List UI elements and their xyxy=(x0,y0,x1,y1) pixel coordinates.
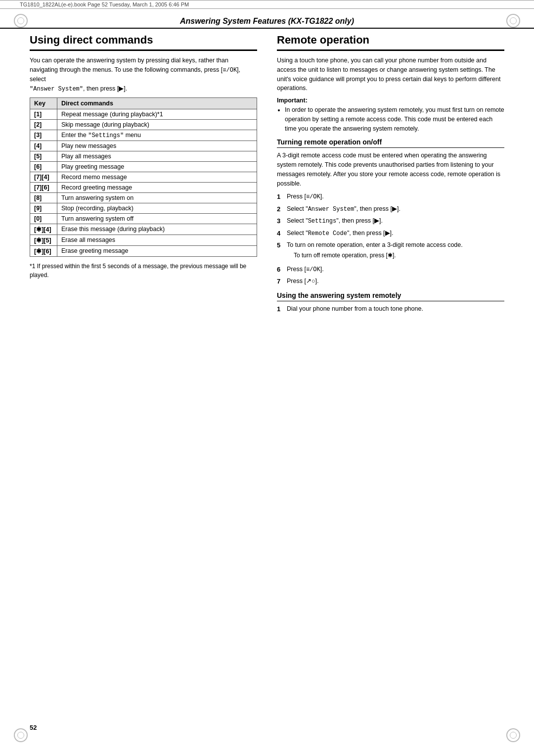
table-cell-cmd: Play new messages xyxy=(57,141,257,151)
table-row: [3]Enter the "Settings" menu xyxy=(30,130,257,141)
step-number: 1 xyxy=(277,304,284,314)
right-title: Remote operation xyxy=(277,34,504,51)
important-label: Important: xyxy=(277,97,504,104)
step-item: 2Select "Answer System", then press [▶]. xyxy=(277,204,504,214)
header-text: TG1810_1822AL(e-e).book Page 52 Tuesday,… xyxy=(20,1,189,7)
table-cell-cmd: Record memo message xyxy=(57,172,257,182)
two-col-layout: Using direct commands You can operate th… xyxy=(0,34,534,318)
table-cell-cmd: Erase all messages xyxy=(57,235,257,245)
table-cell-key: [✱][4] xyxy=(30,224,57,235)
important-item: In order to operate the answering system… xyxy=(285,105,504,133)
table-cell-key: [9] xyxy=(30,203,57,213)
section-title: Answering System Features (KX-TG1822 onl… xyxy=(180,17,354,25)
table-row: [✱][6]Erase greeting message xyxy=(30,245,257,256)
table-row: [2]Skip message (during playback) xyxy=(30,119,257,130)
table-cell-cmd: Record greeting message xyxy=(57,182,257,192)
left-title: Using direct commands xyxy=(30,34,257,51)
table-row: [7][4]Record memo message xyxy=(30,172,257,182)
table-row: [6]Play greeting message xyxy=(30,161,257,172)
corner-mark-tr xyxy=(506,14,520,28)
step-number: 1 xyxy=(277,192,284,202)
step-item: 1Dial your phone number from a touch ton… xyxy=(277,304,504,314)
right-intro: Using a touch tone phone, you can call y… xyxy=(277,56,504,93)
intro-arrow: ▶ xyxy=(119,85,124,92)
table-cell-key: [4] xyxy=(30,141,57,151)
table-row: [0]Turn answering system off xyxy=(30,213,257,224)
table-cell-cmd: Enter the "Settings" menu xyxy=(57,130,257,141)
table-cell-cmd: Erase this message (during playback) xyxy=(57,224,257,235)
step-content: Press [↗○]. xyxy=(287,277,504,286)
step-content: Select "Settings", then press [▶]. xyxy=(287,216,504,226)
table-row: [8]Turn answering system on xyxy=(30,192,257,203)
step-content: Select "Answer System", then press [▶]. xyxy=(287,204,504,214)
table-row: [9]Stop (recording, playback) xyxy=(30,203,257,213)
table-cell-key: [7][4] xyxy=(30,172,57,182)
table-header-key: Key xyxy=(30,97,57,109)
right-column: Remote operation Using a touch tone phon… xyxy=(277,34,504,318)
table-cell-key: [5] xyxy=(30,151,57,161)
table-row: [7][6]Record greeting message xyxy=(30,182,257,192)
sub-section-1: Turning remote operation on/off A 3-digi… xyxy=(277,138,504,286)
step-content: Dial your phone number from a touch tone… xyxy=(287,304,504,314)
step-number: 7 xyxy=(277,277,284,286)
sub-section-2: Using the answering system remotely 1Dia… xyxy=(277,291,504,314)
table-row: [4]Play new messages xyxy=(30,141,257,151)
step-number: 4 xyxy=(277,229,284,238)
sub-heading-1: Turning remote operation on/off xyxy=(277,138,504,148)
step-content: Press [≡/OK]. xyxy=(287,265,504,274)
step-item: 6Press [≡/OK]. xyxy=(277,265,504,275)
left-intro: You can operate the answering system by … xyxy=(30,56,257,94)
step-content: Select "Remote Code", then press [▶]. xyxy=(287,229,504,238)
footnote: *1 If pressed within the first 5 seconds… xyxy=(30,262,257,280)
sub1-steps: 1Press [≡/OK].2Select "Answer System", t… xyxy=(277,192,504,286)
table-cell-key: [✱][6] xyxy=(30,245,57,256)
table-cell-key: [6] xyxy=(30,161,57,172)
table-cell-cmd: Turn answering system off xyxy=(57,213,257,224)
table-cell-key: [7][6] xyxy=(30,182,57,192)
step-number: 6 xyxy=(277,265,284,275)
table-cell-cmd: Play greeting message xyxy=(57,161,257,172)
intro-ok: ≡/OK xyxy=(222,67,237,74)
step-item: 1Press [≡/OK]. xyxy=(277,192,504,202)
step-content: To turn on remote operation, enter a 3-d… xyxy=(287,240,504,262)
table-cell-cmd: Stop (recording, playback) xyxy=(57,203,257,213)
table-cell-cmd: Play all messages xyxy=(57,151,257,161)
step-item: 3Select "Settings", then press [▶]. xyxy=(277,216,504,226)
page-number: 52 xyxy=(30,724,37,731)
table-cell-cmd: Repeat message (during playback)*1 xyxy=(57,109,257,119)
corner-mark-br xyxy=(506,728,520,742)
table-cell-key: [2] xyxy=(30,119,57,130)
table-row: [1]Repeat message (during playback)*1 xyxy=(30,109,257,119)
corner-mark-bl xyxy=(14,728,28,742)
corner-mark-tl xyxy=(14,14,28,28)
intro-answer-system: "Answer System" xyxy=(30,86,83,93)
step-number: 5 xyxy=(277,240,284,250)
table-cell-cmd: Erase greeting message xyxy=(57,245,257,256)
step-item: 7Press [↗○]. xyxy=(277,277,504,286)
important-list: In order to operate the answering system… xyxy=(285,105,504,133)
table-row: [✱][4]Erase this message (during playbac… xyxy=(30,224,257,235)
intro-text: You can operate the answering system by … xyxy=(30,57,228,73)
table-cell-key: [✱][5] xyxy=(30,235,57,245)
table-cell-key: [3] xyxy=(30,130,57,141)
table-header-cmd: Direct commands xyxy=(57,97,257,109)
page-container: TG1810_1822AL(e-e).book Page 52 Tuesday,… xyxy=(0,0,534,756)
step-item: 4Select "Remote Code", then press [▶]. xyxy=(277,229,504,238)
table-cell-cmd: Turn answering system on xyxy=(57,192,257,203)
table-cell-key: [1] xyxy=(30,109,57,119)
table-row: [5]Play all messages xyxy=(30,151,257,161)
table-row: [✱][5]Erase all messages xyxy=(30,235,257,245)
intro-then: , then press [ xyxy=(83,85,119,92)
step-number: 3 xyxy=(277,216,284,226)
left-column: Using direct commands You can operate th… xyxy=(30,34,257,318)
step-content: Press [≡/OK]. xyxy=(287,192,504,201)
sub1-body: A 3-digit remote access code must be ent… xyxy=(277,151,504,188)
sub2-steps: 1Dial your phone number from a touch ton… xyxy=(277,304,504,314)
table-cell-key: [0] xyxy=(30,213,57,224)
sub-heading-2: Using the answering system remotely xyxy=(277,291,504,301)
table-cell-cmd: Skip message (during playback) xyxy=(57,119,257,130)
commands-table: Key Direct commands [1]Repeat message (d… xyxy=(30,97,257,257)
table-cell-key: [8] xyxy=(30,192,57,203)
step-number: 2 xyxy=(277,204,284,214)
step-item: 5To turn on remote operation, enter a 3-… xyxy=(277,240,504,262)
